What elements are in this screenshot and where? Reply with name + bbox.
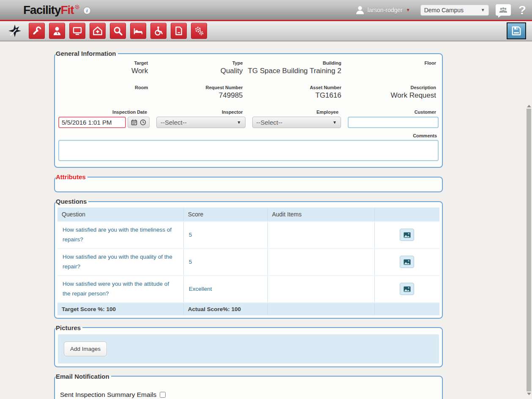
question-image-button[interactable] <box>400 229 414 241</box>
attributes-empty-area <box>55 180 442 191</box>
field-type: Type Quality <box>153 60 245 79</box>
field-type-value: Quality <box>221 67 243 75</box>
add-images-button[interactable]: Add Images <box>64 342 107 356</box>
monitor-icon <box>72 26 82 36</box>
customer-label: Customer <box>348 109 439 115</box>
questions-title: Questions <box>56 198 88 205</box>
field-building-label: Building <box>248 60 341 66</box>
campus-select-value: Demo Campus <box>424 7 464 14</box>
pictures-section: Pictures Add Images <box>54 324 443 367</box>
column-audit-items: Audit Items <box>267 208 374 221</box>
question-score: 5 <box>183 221 267 249</box>
username-label: larson-rodger <box>368 7 403 14</box>
employee-select[interactable]: --Select-- ▼ <box>252 117 341 128</box>
comments-textarea[interactable] <box>58 140 439 161</box>
people-chat-icon <box>498 7 508 14</box>
document-icon <box>174 26 184 36</box>
user-menu[interactable]: larson-rodger ▼ <box>355 5 410 15</box>
general-information-title: General Information <box>56 50 118 57</box>
inspector-select[interactable]: --Select-- ▼ <box>156 117 246 128</box>
attributes-title: Attributes <box>56 173 87 180</box>
field-asset-number: Asset Number TG1616 <box>248 85 344 104</box>
field-floor: Floor <box>346 60 439 79</box>
reports-button[interactable] <box>171 23 187 39</box>
logo-text-fit: Fit <box>60 3 74 17</box>
search-icon <box>113 26 123 36</box>
questions-table: Question Score Audit Items How satisfied… <box>57 208 439 315</box>
question-score: 5 <box>183 249 267 276</box>
compass-button[interactable] <box>7 23 23 39</box>
field-request-number-label: Request Number <box>153 85 243 90</box>
search-button[interactable] <box>110 23 126 39</box>
question-audit-items <box>267 276 374 303</box>
question-image-button[interactable] <box>400 283 414 295</box>
attributes-section: Attributes <box>54 173 443 192</box>
calendar-icon[interactable] <box>131 119 137 126</box>
scrollbar-thumb[interactable] <box>527 109 531 391</box>
question-text: How satisfied are you with the timelines… <box>57 221 183 249</box>
accessibility-button[interactable] <box>150 23 166 39</box>
column-question: Question <box>57 208 183 221</box>
assets-button[interactable] <box>69 23 85 39</box>
picture-icon <box>404 259 411 265</box>
chevron-down-icon: ▼ <box>333 120 337 125</box>
clock-icon[interactable] <box>140 119 146 126</box>
field-building-value: TG Space Building Training 2 <box>248 67 341 75</box>
user-avatar-icon <box>355 5 365 15</box>
toolbar <box>0 21 532 41</box>
field-description-label: Description <box>346 85 436 90</box>
home-add-icon <box>93 26 103 36</box>
field-description-value: Work Request <box>391 91 436 100</box>
help-button[interactable]: ? <box>518 4 526 16</box>
inspector-label: Inspector <box>156 109 246 115</box>
personnel-button[interactable] <box>49 23 65 39</box>
field-request-number: Request Number 749985 <box>153 85 245 104</box>
field-target-value: Work <box>131 67 148 75</box>
gears-icon <box>194 26 204 36</box>
compass-icon <box>8 24 22 38</box>
settings-button[interactable] <box>191 23 207 39</box>
questions-section: Questions Question Score Audit Items <box>54 198 443 319</box>
logo-gear-icon <box>74 4 80 10</box>
scroll-up-arrow-icon[interactable] <box>527 103 531 107</box>
user-caret-icon: ▼ <box>406 8 410 12</box>
question-image-button[interactable] <box>400 256 414 268</box>
feedback-chat-button[interactable] <box>496 4 511 16</box>
bed-icon <box>133 26 143 36</box>
actual-score-label: Actual Score%: 100 <box>183 303 267 315</box>
field-room-label: Room <box>58 85 148 90</box>
work-orders-button[interactable] <box>29 23 45 39</box>
pictures-drop-area: Add Images <box>58 334 439 363</box>
field-target-label: Target <box>58 60 148 66</box>
locations-button[interactable] <box>90 23 106 39</box>
field-building: Building TG Space Building Training 2 <box>248 60 344 79</box>
field-floor-label: Floor <box>346 60 436 66</box>
save-button[interactable] <box>507 22 526 39</box>
inspector-select-value: --Select-- <box>161 119 187 126</box>
column-score: Score <box>183 208 267 221</box>
info-icon[interactable]: i <box>83 7 91 14</box>
pictures-title: Pictures <box>56 324 82 331</box>
sent-inspection-summary-emails-checkbox[interactable] <box>160 392 166 398</box>
field-target: Target Work <box>58 60 150 79</box>
field-type-label: Type <box>153 60 243 66</box>
target-score-label: Target Score %: 100 <box>57 303 183 315</box>
wheelchair-icon <box>153 26 164 36</box>
save-floppy-icon <box>511 25 522 36</box>
rooms-button[interactable] <box>130 23 146 39</box>
logo-text-facility: Facility <box>23 3 60 17</box>
question-audit-items <box>267 249 374 276</box>
app-header: Facility Fit i larson-rodger ▼ Demo Camp… <box>0 0 532 20</box>
chevron-down-icon: ▼ <box>237 120 241 125</box>
customer-input[interactable] <box>348 117 439 128</box>
comments-label: Comments <box>58 133 439 138</box>
inspection-date-input[interactable] <box>58 117 126 128</box>
vertical-scrollbar[interactable] <box>526 102 532 398</box>
main-content: General Information Target Work Type Qua… <box>0 41 532 398</box>
question-text: How satisfied were you with the attitude… <box>57 276 183 303</box>
question-score: Excellent <box>183 276 267 303</box>
score-summary-row: Target Score %: 100 Actual Score%: 100 <box>57 303 439 315</box>
questions-header-row: Question Score Audit Items <box>57 208 439 221</box>
scroll-down-arrow-icon[interactable] <box>527 393 531 397</box>
campus-select[interactable]: Demo Campus ▼ <box>420 5 489 16</box>
